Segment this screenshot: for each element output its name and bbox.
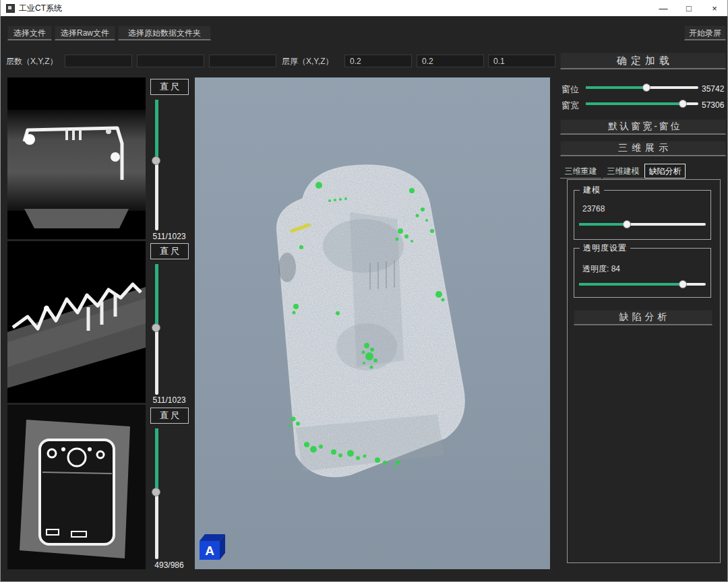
close-button[interactable]: × — [702, 0, 727, 16]
modeling-group: 建模 23768 — [574, 190, 711, 240]
transparency-group-title: 透明度设置 — [580, 243, 630, 254]
layers-label: 层数（X,Y,Z） — [6, 55, 57, 68]
slice-slider-top[interactable] — [151, 100, 162, 230]
transparency-value: 透明度: 84 — [582, 263, 620, 275]
thickness-label: 层厚（X,Y,Z） — [282, 55, 333, 68]
ct-slice-view-middle[interactable] — [7, 241, 146, 403]
tab-defect-analysis[interactable]: 缺陷分析 — [644, 164, 686, 179]
window-level-value: 35742 — [702, 84, 724, 94]
slider-fill — [155, 428, 158, 492]
default-window-button[interactable]: 默认窗宽-窗位 — [560, 119, 726, 135]
slice-slider-middle[interactable] — [151, 264, 162, 395]
window-width-value: 57306 — [702, 100, 724, 110]
slider-handle[interactable] — [152, 323, 160, 332]
3d-render-graphic: A — [195, 77, 550, 569]
slider-handle[interactable] — [642, 84, 650, 92]
modeling-group-title: 建模 — [580, 185, 604, 196]
slider-fill — [586, 102, 683, 105]
layers-z-input[interactable] — [209, 55, 276, 67]
slider-handle[interactable] — [152, 488, 160, 496]
app-window: 工业CT系统 — □ × 选择文件 选择Raw文件 选择原始数据文件夹 开始录屏… — [0, 0, 728, 582]
ct-slice-graphic-bottom — [7, 405, 146, 569]
slice-slider-bottom[interactable] — [151, 428, 162, 559]
ruler-label-bottom: 直尺 — [150, 408, 189, 424]
slider-track — [579, 223, 706, 226]
slice-position-bottom: 493/986 — [145, 560, 193, 570]
slider-handle[interactable] — [623, 220, 631, 228]
window-title: 工业CT系统 — [19, 3, 62, 14]
select-folder-button[interactable]: 选择原始数据文件夹 — [118, 26, 211, 40]
ct-slice-graphic-middle — [7, 241, 146, 403]
slider-handle[interactable] — [679, 280, 687, 288]
ruler-label-middle: 直尺 — [150, 243, 189, 259]
slice-position-top: 511/1023 — [145, 232, 193, 241]
ruler-label-top: 直尺 — [150, 79, 189, 95]
window-width-label: 窗宽 — [562, 100, 579, 112]
defect-analysis-button[interactable]: 缺陷分析 — [574, 310, 712, 325]
slider-handle[interactable] — [152, 156, 160, 165]
window-width-slider[interactable] — [586, 99, 698, 108]
thickness-x-input[interactable] — [344, 55, 412, 67]
confirm-load-button[interactable]: 确定加载 — [560, 53, 726, 69]
tab-3d-modeling[interactable]: 三维建模 — [603, 164, 644, 179]
slice-position-middle: 511/1023 — [145, 395, 193, 405]
window-controls: — □ × — [650, 0, 727, 16]
tab-3d-reconstruction[interactable]: 三维重建 — [560, 164, 601, 179]
slider-handle[interactable] — [679, 100, 687, 108]
select-file-button[interactable]: 选择文件 — [7, 26, 52, 40]
window-level-label: 窗位 — [562, 84, 579, 96]
transparency-slider[interactable] — [579, 280, 706, 289]
app-icon — [6, 4, 15, 13]
modeling-value: 23768 — [582, 204, 605, 214]
ct-slice-view-bottom[interactable] — [7, 405, 146, 569]
slider-fill — [155, 100, 158, 161]
window-level-slider[interactable] — [586, 83, 698, 92]
slider-fill — [586, 86, 646, 89]
3d-viewport[interactable]: A — [195, 77, 550, 569]
scanned-object — [277, 165, 465, 477]
slider-fill — [579, 223, 627, 226]
select-raw-button[interactable]: 选择Raw文件 — [55, 26, 115, 40]
thickness-y-input[interactable] — [417, 55, 484, 67]
show-3d-button[interactable]: 三维展示 — [560, 141, 726, 156]
ct-slice-view-top[interactable] — [7, 77, 146, 239]
start-record-button[interactable]: 开始录屏 — [684, 26, 726, 40]
svg-text:A: A — [205, 544, 214, 558]
slider-fill — [579, 283, 683, 286]
thickness-z-input[interactable] — [488, 55, 555, 67]
viewer-logo-icon: A — [200, 534, 225, 560]
layers-y-input[interactable] — [137, 55, 204, 67]
titlebar: 工业CT系统 — □ × — [1, 0, 727, 16]
minimize-button[interactable]: — — [650, 0, 676, 16]
ct-slice-graphic-top — [7, 77, 146, 239]
transparency-group: 透明度设置 透明度: 84 — [574, 248, 711, 298]
layers-x-input[interactable] — [65, 55, 132, 67]
maximize-button[interactable]: □ — [676, 0, 702, 16]
modeling-slider[interactable] — [579, 220, 706, 229]
slider-fill — [155, 264, 158, 328]
